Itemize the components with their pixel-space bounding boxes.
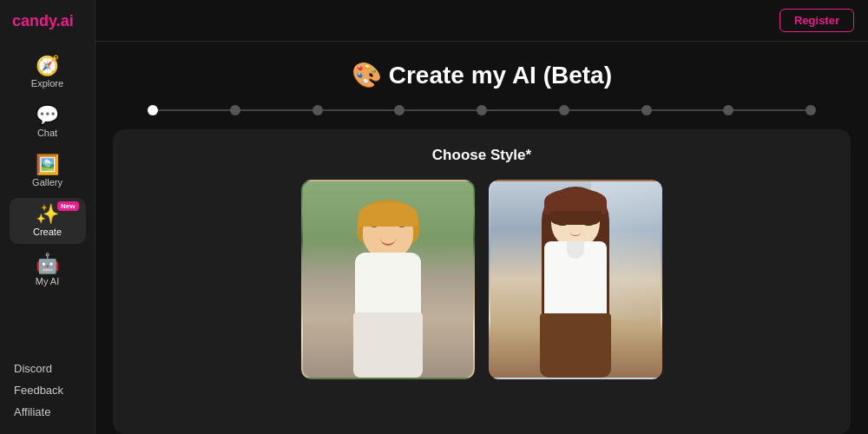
brand-logo[interactable]: candy.ai: [0, 12, 74, 30]
step-dot-8[interactable]: [723, 105, 733, 115]
page-title-area: 🎨 Create my AI (Beta): [95, 42, 868, 105]
discord-link[interactable]: Discord: [14, 360, 52, 377]
step-dot-3[interactable]: [312, 105, 323, 115]
affiliate-link[interactable]: Affiliate: [14, 404, 50, 420]
step-dot-7[interactable]: [641, 105, 652, 115]
step-dot-1[interactable]: [148, 105, 158, 115]
progress-stepper: [95, 105, 868, 129]
style-selection-card: Choose Style*: [113, 129, 851, 434]
card-section-title: Choose Style*: [134, 147, 830, 164]
step-dot-6[interactable]: [559, 105, 569, 115]
my-ai-icon: 🤖: [36, 254, 59, 273]
step-dot-9[interactable]: [806, 105, 816, 115]
step-line-5: [487, 109, 559, 111]
page-title-text: Create my AI (Beta): [389, 62, 612, 89]
sidebar-links: Discord Feedback Affiliate: [0, 352, 95, 434]
sidebar-item-chat-label: Chat: [37, 128, 57, 138]
anime-image: [490, 181, 661, 378]
sidebar-item-explore[interactable]: 🧭 Explore: [10, 49, 86, 95]
step-line-1: [158, 109, 230, 111]
step-line-6: [569, 109, 641, 111]
chat-icon: 💬: [36, 106, 59, 125]
main-content: Register 🎨 Create my AI (Beta) Choose St…: [95, 0, 868, 434]
sidebar-item-gallery[interactable]: 🖼️ Gallery: [10, 148, 86, 194]
gallery-icon: 🖼️: [36, 155, 59, 174]
brand-name-part2: ai: [61, 12, 74, 30]
sidebar-item-create[interactable]: New ✨ Create: [10, 198, 86, 244]
sidebar-item-chat[interactable]: 💬 Chat: [10, 99, 86, 145]
register-button[interactable]: Register: [779, 9, 854, 32]
sidebar: candy.ai 🧭 Explore 💬 Chat 🖼️ Gallery New…: [0, 0, 95, 434]
step-line-3: [323, 109, 395, 111]
step-dot-4[interactable]: [394, 105, 404, 115]
realistic-image: [303, 181, 473, 378]
style-card-anime[interactable]: [489, 180, 662, 379]
realistic-person: [327, 195, 449, 378]
page-title: 🎨 Create my AI (Beta): [352, 62, 612, 89]
step-dot-5[interactable]: [477, 105, 487, 115]
new-badge: New: [57, 201, 78, 211]
sidebar-item-create-label: Create: [33, 227, 62, 237]
step-dot-2[interactable]: [230, 105, 240, 115]
sidebar-item-explore-label: Explore: [31, 78, 63, 89]
nav-items: 🧭 Explore 💬 Chat 🖼️ Gallery New ✨ Create…: [0, 49, 95, 352]
sidebar-item-my-ai-label: My AI: [36, 276, 60, 286]
brand-name-part1: candy: [12, 12, 56, 30]
style-card-realistic[interactable]: [301, 180, 475, 379]
sidebar-item-gallery-label: Gallery: [32, 177, 62, 187]
step-line-2: [240, 109, 312, 111]
feedback-link[interactable]: Feedback: [14, 382, 63, 398]
explore-icon: 🧭: [36, 56, 59, 76]
step-line-7: [652, 109, 724, 111]
step-line-8: [733, 109, 806, 111]
header: Register: [95, 0, 868, 42]
page-title-icon: 🎨: [352, 62, 389, 89]
sidebar-item-my-ai[interactable]: 🤖 My AI: [10, 247, 86, 293]
step-line-4: [404, 109, 477, 111]
style-cards-container: [134, 180, 830, 379]
create-icon: ✨: [36, 205, 59, 224]
